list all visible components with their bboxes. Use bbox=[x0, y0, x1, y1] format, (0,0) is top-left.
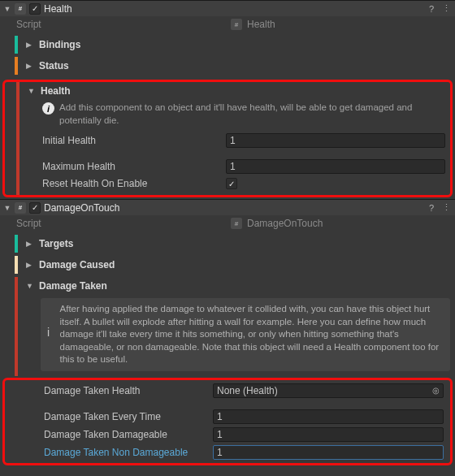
script-value: DamageOnTouch bbox=[247, 218, 323, 229]
maximum-health-label: Maximum Health bbox=[24, 161, 226, 172]
help-icon[interactable]: ? bbox=[426, 3, 437, 15]
info-icon: i bbox=[47, 326, 52, 344]
script-label: Script bbox=[5, 19, 231, 30]
damage-taken-section: ▼ Damage Taken i After having applied th… bbox=[0, 277, 455, 376]
chevron-right-icon[interactable]: ▶ bbox=[26, 62, 34, 70]
script-asset-icon: # bbox=[231, 19, 242, 30]
section-title-targets: Targets bbox=[39, 238, 73, 249]
initial-health-input[interactable] bbox=[226, 133, 445, 148]
dt-non-label[interactable]: Damage Taken Non Damageable bbox=[11, 447, 213, 458]
section-title-damage-caused: Damage Caused bbox=[39, 259, 115, 270]
maximum-health-input[interactable] bbox=[226, 159, 445, 174]
health-component: ▼ # ✓ Health ? ⋮ Script # Health ▶ Bindi… bbox=[0, 0, 455, 197]
script-icon: # bbox=[15, 3, 26, 15]
preset-icon[interactable]: ⋮ bbox=[440, 202, 452, 214]
initial-health-label: Initial Health bbox=[24, 135, 226, 146]
dt-every-input[interactable] bbox=[213, 409, 444, 424]
section-title-status: Status bbox=[39, 60, 69, 71]
script-row: Script # Health bbox=[0, 16, 455, 32]
dt-health-value: None (Health) bbox=[217, 385, 278, 396]
chevron-right-icon[interactable]: ▶ bbox=[26, 41, 34, 49]
enable-checkbox[interactable]: ✓ bbox=[29, 3, 41, 15]
chevron-right-icon[interactable]: ▶ bbox=[26, 261, 34, 269]
foldout-icon[interactable]: ▼ bbox=[3, 204, 11, 212]
reset-health-checkbox[interactable]: ✓ bbox=[226, 178, 237, 189]
dot-component-header[interactable]: ▼ # ✓ DamageOnTouch ? ⋮ bbox=[0, 199, 455, 215]
damageontouch-component: ▼ # ✓ DamageOnTouch ? ⋮ Script # DamageO… bbox=[0, 199, 455, 465]
dt-dmg-input[interactable] bbox=[213, 427, 444, 442]
annotation-box-health: ▼ Health i Add this component to an obje… bbox=[2, 80, 453, 197]
script-asset-icon: # bbox=[231, 218, 242, 229]
script-value: Health bbox=[247, 19, 275, 30]
dt-health-label: Damage Taken Health bbox=[11, 385, 213, 396]
damage-taken-info-text: After having applied the damage to whate… bbox=[60, 303, 444, 366]
enable-checkbox[interactable]: ✓ bbox=[29, 202, 41, 214]
chevron-down-icon[interactable]: ▼ bbox=[26, 282, 34, 290]
health-info-text: Add this component to an object and it'l… bbox=[59, 102, 444, 127]
help-icon[interactable]: ? bbox=[426, 202, 437, 214]
component-title: DamageOnTouch bbox=[44, 202, 422, 214]
section-title-damage-taken: Damage Taken bbox=[39, 280, 107, 292]
info-icon: i bbox=[42, 102, 54, 115]
dt-dmg-label: Damage Taken Damageable bbox=[11, 429, 213, 440]
section-title-health: Health bbox=[41, 85, 71, 97]
annotation-box-damage-taken: Damage Taken Health None (Health) ◎ Dama… bbox=[2, 378, 453, 465]
section-title-bindings: Bindings bbox=[39, 39, 80, 50]
dt-health-objectfield[interactable]: None (Health) ◎ bbox=[213, 383, 444, 398]
bindings-section[interactable]: ▶ Bindings bbox=[0, 36, 455, 54]
chevron-right-icon[interactable]: ▶ bbox=[26, 240, 34, 248]
object-picker-icon[interactable]: ◎ bbox=[430, 385, 441, 396]
preset-icon[interactable]: ⋮ bbox=[440, 3, 452, 15]
health-component-header[interactable]: ▼ # ✓ Health ? ⋮ bbox=[0, 0, 455, 16]
health-section: ▼ Health i Add this component to an obje… bbox=[5, 82, 450, 195]
dt-every-label: Damage Taken Every Time bbox=[11, 411, 213, 422]
component-title: Health bbox=[44, 3, 422, 15]
status-section[interactable]: ▶ Status bbox=[0, 57, 455, 75]
chevron-down-icon[interactable]: ▼ bbox=[28, 87, 36, 95]
reset-health-label: Reset Health On Enable bbox=[24, 178, 226, 189]
script-row: Script # DamageOnTouch bbox=[0, 215, 455, 232]
dt-non-input[interactable] bbox=[213, 445, 444, 460]
script-label: Script bbox=[5, 218, 231, 229]
script-icon: # bbox=[15, 202, 26, 214]
damage-caused-section[interactable]: ▶ Damage Caused bbox=[0, 256, 455, 274]
foldout-icon[interactable]: ▼ bbox=[3, 5, 11, 13]
targets-section[interactable]: ▶ Targets bbox=[0, 235, 455, 253]
